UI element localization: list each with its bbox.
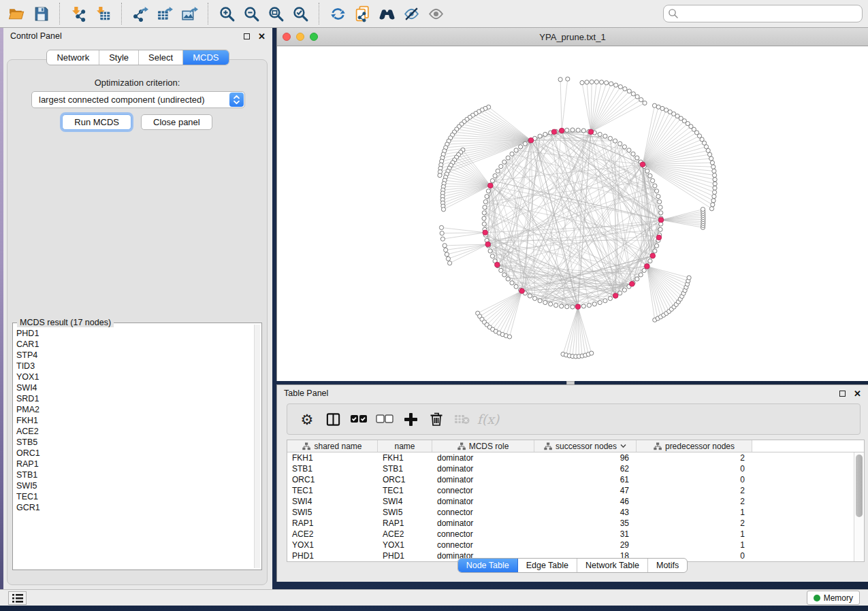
open-icon[interactable] bbox=[4, 2, 29, 25]
table-row[interactable]: SWI4SWI4dominator462 bbox=[287, 496, 854, 507]
network-canvas[interactable] bbox=[277, 46, 868, 381]
mcds-result-item[interactable]: FKH1 bbox=[16, 415, 253, 426]
cell-name: ACE2 bbox=[378, 529, 432, 539]
cell-name: SWI5 bbox=[378, 508, 432, 517]
search-network-icon[interactable] bbox=[374, 2, 399, 25]
cell-shared-name: SWI4 bbox=[287, 497, 378, 506]
mcds-result-item[interactable]: ORC1 bbox=[16, 448, 253, 459]
float-table-panel-icon[interactable] bbox=[839, 391, 846, 397]
tab-node-table[interactable]: Node Table bbox=[458, 559, 518, 572]
mcds-result-item[interactable]: SWI5 bbox=[16, 480, 253, 491]
mcds-result-item[interactable]: GCR1 bbox=[16, 502, 253, 513]
tab-motifs[interactable]: Motifs bbox=[648, 559, 687, 572]
import-table-icon[interactable] bbox=[91, 2, 115, 25]
tab-network-table[interactable]: Network Table bbox=[577, 559, 648, 572]
mcds-result-item[interactable]: STB1 bbox=[16, 469, 253, 480]
zoom-selected-icon[interactable] bbox=[288, 2, 312, 25]
mcds-result-item[interactable]: SWI4 bbox=[16, 382, 253, 393]
mcds-result-item[interactable]: YOX1 bbox=[16, 371, 253, 382]
table-row[interactable]: RAP1RAP1dominator352 bbox=[287, 518, 854, 529]
table-row[interactable]: STB1STB1dominator620 bbox=[287, 463, 854, 474]
tab-edge-table[interactable]: Edge Table bbox=[518, 559, 577, 572]
mcds-result-list[interactable]: PHD1CAR1STP4TID3YOX1SWI4SRD1PMA2FKH1ACE2… bbox=[14, 325, 253, 568]
mcds-result-item[interactable]: STB5 bbox=[16, 437, 253, 448]
close-panel-icon[interactable]: ✕ bbox=[258, 32, 266, 41]
table-row[interactable]: TEC1TEC1connector472 bbox=[287, 485, 854, 496]
toolbar-separator bbox=[319, 3, 319, 24]
mcds-result-item[interactable]: SRD1 bbox=[16, 393, 253, 404]
mcds-result-item[interactable]: TEC1 bbox=[16, 491, 253, 502]
export-table-icon[interactable] bbox=[152, 2, 177, 25]
export-network-icon[interactable] bbox=[128, 2, 152, 25]
node-table: shared namenameMCDS rolesuccessor nodesp… bbox=[287, 440, 865, 562]
column-header-predecessor-nodes[interactable]: predecessor nodes bbox=[637, 440, 752, 452]
status-bar: Memory bbox=[0, 589, 868, 606]
refresh-icon[interactable] bbox=[325, 2, 350, 25]
table-row[interactable]: FKH1FKH1dominator962 bbox=[287, 452, 854, 463]
cell-name: ORC1 bbox=[378, 475, 432, 484]
toolbar-separator bbox=[121, 3, 122, 24]
column-header-MCDS-role[interactable]: MCDS role bbox=[432, 440, 534, 452]
table-row[interactable]: ACE2ACE2connector311 bbox=[287, 529, 854, 540]
cell-MCDS-role: dominator bbox=[432, 497, 534, 506]
criterion-dropdown[interactable]: largest connected component (undirected) bbox=[31, 91, 245, 108]
column-header-name[interactable]: name bbox=[378, 440, 432, 452]
column-header-filler bbox=[752, 440, 864, 452]
table-scrollbar[interactable] bbox=[854, 452, 864, 561]
import-network-icon[interactable] bbox=[66, 2, 91, 25]
mcds-result-item[interactable]: PMA2 bbox=[16, 404, 253, 415]
mcds-tab-content: Optimization criterion: largest connecte… bbox=[7, 59, 268, 585]
tab-select[interactable]: Select bbox=[139, 50, 183, 65]
cell-predecessor-nodes: 2 bbox=[637, 497, 752, 506]
float-panel-icon[interactable] bbox=[244, 33, 250, 39]
table-row[interactable]: SWI5SWI5connector431 bbox=[287, 507, 854, 518]
tab-network[interactable]: Network bbox=[47, 50, 99, 65]
control-panel: Control Panel ✕ Optimization criterion: … bbox=[3, 28, 272, 589]
table-panel-title: Table Panel bbox=[284, 389, 328, 398]
network-window-titlebar[interactable]: YPA_prune.txt_1 bbox=[277, 28, 868, 46]
run-mcds-button[interactable]: Run MCDS bbox=[62, 114, 131, 130]
show-details-icon[interactable] bbox=[423, 2, 448, 25]
cell-name: STB1 bbox=[378, 464, 432, 474]
mcds-result-item[interactable]: CAR1 bbox=[16, 339, 253, 350]
delete-icon[interactable] bbox=[425, 408, 448, 431]
mcds-result-item[interactable]: ACE2 bbox=[16, 426, 253, 437]
share-document-icon[interactable] bbox=[350, 2, 374, 25]
settings-icon[interactable]: ⚙ bbox=[295, 408, 319, 431]
save-icon[interactable] bbox=[29, 2, 53, 25]
mcds-result-item[interactable]: PHD1 bbox=[16, 328, 253, 339]
close-table-panel-icon[interactable]: ✕ bbox=[854, 389, 861, 398]
table-row[interactable]: YOX1YOX1connector291 bbox=[287, 540, 854, 550]
mcds-result-item[interactable]: STP4 bbox=[16, 350, 253, 361]
network-view-window: YPA_prune.txt_1 bbox=[276, 28, 868, 381]
cell-shared-name: YOX1 bbox=[287, 540, 378, 550]
hide-details-icon[interactable] bbox=[399, 2, 423, 25]
zoom-out-icon[interactable] bbox=[239, 2, 263, 25]
zoom-in-icon[interactable] bbox=[214, 2, 239, 25]
mcds-result-item[interactable]: RAP1 bbox=[16, 459, 253, 469]
cell-shared-name: ACE2 bbox=[287, 529, 378, 539]
show-panels-button[interactable] bbox=[8, 591, 27, 605]
cell-shared-name: RAP1 bbox=[287, 518, 378, 528]
cell-MCDS-role: dominator bbox=[432, 453, 534, 463]
add-icon[interactable] bbox=[399, 408, 422, 431]
column-header-successor-nodes[interactable]: successor nodes bbox=[534, 440, 637, 452]
close-panel-button[interactable]: Close panel bbox=[141, 114, 212, 130]
cell-shared-name: FKH1 bbox=[287, 453, 378, 463]
export-image-icon[interactable] bbox=[177, 2, 202, 25]
memory-button[interactable]: Memory bbox=[807, 591, 860, 605]
mcds-result-scrollbar[interactable] bbox=[254, 325, 260, 568]
table-scrollbar-thumb[interactable] bbox=[856, 455, 863, 517]
search-input[interactable] bbox=[663, 5, 863, 22]
zoom-fit-icon[interactable] bbox=[263, 2, 288, 25]
cell-predecessor-nodes: 2 bbox=[637, 518, 752, 528]
tab-mcds[interactable]: MCDS bbox=[183, 50, 228, 65]
column-header-shared-name[interactable]: shared name bbox=[287, 440, 378, 452]
columns-icon[interactable] bbox=[321, 408, 344, 431]
table-row[interactable]: ORC1ORC1dominator610 bbox=[287, 474, 854, 485]
deselect-all-icon[interactable] bbox=[373, 408, 396, 431]
select-all-icon[interactable] bbox=[347, 408, 370, 431]
tab-style[interactable]: Style bbox=[99, 50, 139, 65]
mcds-result-item[interactable]: TID3 bbox=[16, 361, 253, 371]
cell-shared-name: ORC1 bbox=[287, 475, 378, 484]
